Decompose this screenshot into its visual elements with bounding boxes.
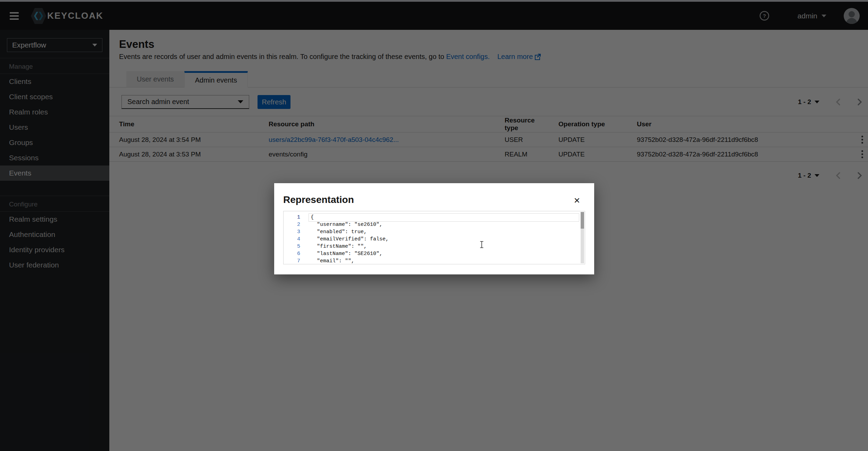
keycloak-admin-console: KEYCLOAK ? admin Expertflow Manage [0, 0, 868, 451]
close-icon[interactable]: ✕ [572, 196, 582, 205]
code-line: 5 "firstName": "", [284, 243, 585, 250]
modal-title: Representation [283, 194, 354, 205]
code-line: 2 "username": "se2610", [284, 221, 585, 228]
code-line: 6 "lastName": "SE2610", [284, 250, 585, 257]
representation-code-editor[interactable]: 1{ 2 "username": "se2610", 3 "enabled": … [283, 211, 585, 264]
code-line: 7 "email": "", [284, 257, 585, 264]
representation-modal: Representation ✕ 1{ 2 "username": "se261… [274, 183, 594, 274]
code-line: 3 "enabled": true, [284, 228, 585, 236]
code-line: 4 "emailVerified": false, [284, 236, 585, 243]
code-line: 1{ [284, 214, 585, 221]
code-lines: 1{ 2 "username": "se2610", 3 "enabled": … [284, 214, 585, 264]
editor-scrollbar-thumb[interactable] [581, 212, 584, 229]
